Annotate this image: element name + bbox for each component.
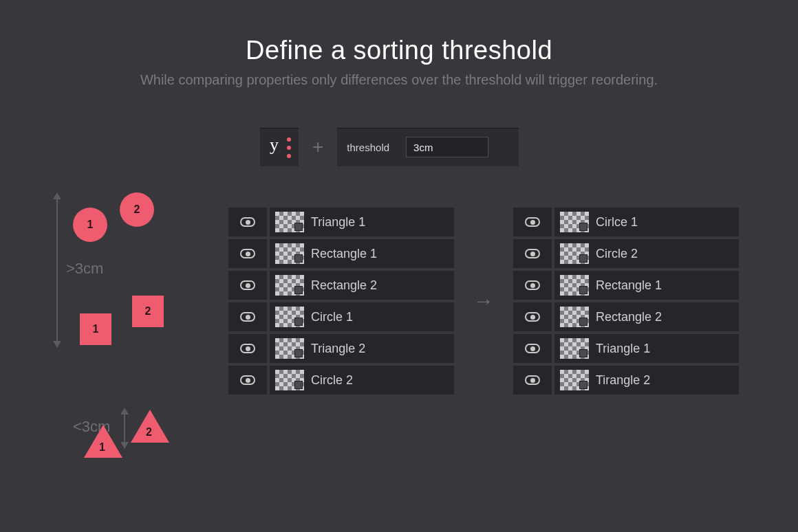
visibility-toggle[interactable] bbox=[228, 334, 267, 363]
layer-list-after: Cirlce 1 Circle 2 Rectangle 1 Rectangle … bbox=[513, 208, 739, 395]
layer-name: Circle 1 bbox=[311, 310, 353, 324]
control-row: y + threshold bbox=[260, 128, 519, 166]
layer-name: Rectangle 2 bbox=[311, 278, 377, 293]
sort-by-y-tile[interactable]: y bbox=[260, 128, 299, 166]
y-dots-icon bbox=[287, 137, 291, 158]
circle-shape-1: 1 bbox=[73, 208, 107, 242]
layer-cell[interactable]: Circle 1 bbox=[270, 302, 454, 331]
thumbnail-icon bbox=[560, 370, 589, 390]
eye-icon bbox=[525, 344, 540, 353]
square-shape-2: 2 bbox=[132, 296, 164, 327]
thumbnail-icon bbox=[275, 275, 304, 296]
threshold-label: threshold bbox=[347, 142, 389, 153]
layer-panels: Triangle 1 Rectangle 1 Rectangle 2 Circl… bbox=[228, 208, 739, 395]
list-item[interactable]: Circle 1 bbox=[228, 302, 454, 331]
thumbnail-icon bbox=[560, 275, 589, 296]
list-item[interactable]: Rectangle 1 bbox=[228, 239, 454, 268]
visibility-toggle[interactable] bbox=[513, 239, 552, 268]
y-letter: y bbox=[270, 135, 279, 155]
layer-cell[interactable]: Rectangle 2 bbox=[554, 302, 739, 331]
eye-icon bbox=[525, 375, 540, 385]
visibility-toggle[interactable] bbox=[513, 208, 552, 236]
triangle-shape-2: 2 bbox=[131, 410, 169, 443]
list-item[interactable]: Rectangle 1 bbox=[513, 271, 739, 300]
layer-cell[interactable]: Rectangle 1 bbox=[554, 271, 739, 300]
layer-cell[interactable]: Rectangle 1 bbox=[270, 239, 454, 268]
eye-icon bbox=[525, 217, 540, 227]
list-item[interactable]: Cirlce 1 bbox=[513, 208, 739, 236]
list-item[interactable]: Rectangle 2 bbox=[228, 271, 454, 300]
vertical-arrow-icon bbox=[56, 198, 58, 342]
layer-list-before: Triangle 1 Rectangle 1 Rectangle 2 Circl… bbox=[228, 208, 454, 395]
visibility-toggle[interactable] bbox=[513, 302, 552, 331]
page-title: Define a sorting threshold bbox=[0, 0, 798, 65]
thumbnail-icon bbox=[560, 243, 589, 264]
layer-cell[interactable]: Triangle 1 bbox=[554, 334, 739, 363]
thumbnail-icon bbox=[560, 307, 589, 327]
measure-over-label: >3cm bbox=[66, 260, 103, 278]
threshold-input[interactable] bbox=[406, 137, 488, 157]
eye-icon bbox=[240, 280, 255, 290]
eye-icon bbox=[525, 249, 540, 258]
layer-name: Circle 2 bbox=[311, 373, 353, 388]
visibility-toggle[interactable] bbox=[513, 271, 552, 300]
list-item[interactable]: Circle 2 bbox=[513, 239, 739, 268]
layer-name: Tirangle 2 bbox=[596, 373, 650, 388]
eye-icon bbox=[240, 375, 255, 385]
visibility-toggle[interactable] bbox=[228, 366, 267, 395]
thumbnail-icon bbox=[560, 338, 589, 359]
visibility-toggle[interactable] bbox=[513, 334, 552, 363]
list-item[interactable]: Triangle 1 bbox=[513, 334, 739, 363]
thumbnail-icon bbox=[275, 212, 304, 232]
list-item[interactable]: Rectangle 2 bbox=[513, 302, 739, 331]
layer-name: Rectangle 1 bbox=[596, 278, 662, 293]
threshold-panel: threshold bbox=[337, 128, 519, 166]
thumbnail-icon bbox=[560, 212, 589, 232]
layer-name: Rectangle 2 bbox=[596, 310, 662, 324]
eye-icon bbox=[240, 344, 255, 353]
layer-cell[interactable]: Circle 2 bbox=[554, 239, 739, 268]
page-subtitle: While comparing properties only differen… bbox=[0, 72, 798, 88]
visibility-toggle[interactable] bbox=[228, 271, 267, 300]
layer-name: Triangle 1 bbox=[311, 215, 365, 230]
layer-cell[interactable]: Rectangle 2 bbox=[270, 271, 454, 300]
visibility-toggle[interactable] bbox=[228, 302, 267, 331]
thumbnail-icon bbox=[275, 370, 304, 390]
eye-icon bbox=[240, 312, 255, 322]
visibility-toggle[interactable] bbox=[513, 366, 552, 395]
thumbnail-icon bbox=[275, 307, 304, 327]
layer-name: Triangle 2 bbox=[311, 342, 365, 356]
triangle-1-num: 1 bbox=[99, 441, 105, 454]
triangle-2-num: 2 bbox=[146, 426, 152, 439]
list-item[interactable]: Circle 2 bbox=[228, 366, 454, 395]
layer-cell[interactable]: Triangle 1 bbox=[270, 208, 454, 236]
circle-shape-2: 2 bbox=[120, 192, 154, 227]
plus-icon: + bbox=[312, 136, 323, 158]
triangle-shape-1: 1 bbox=[84, 425, 122, 458]
thumbnail-icon bbox=[275, 243, 304, 264]
layer-name: Cirlce 1 bbox=[596, 215, 638, 230]
layer-cell[interactable]: Circle 2 bbox=[270, 366, 454, 395]
layer-cell[interactable]: Triangle 2 bbox=[270, 334, 454, 363]
list-item[interactable]: Triangle 1 bbox=[228, 208, 454, 236]
visibility-toggle[interactable] bbox=[228, 239, 267, 268]
shapes-diagram: >3cm 1 2 1 2 <3cm 1 2 bbox=[41, 191, 200, 480]
eye-icon bbox=[525, 280, 540, 290]
eye-icon bbox=[240, 249, 255, 258]
layer-cell[interactable]: Tirangle 2 bbox=[554, 366, 739, 395]
layer-name: Circle 2 bbox=[596, 247, 638, 261]
visibility-toggle[interactable] bbox=[228, 208, 267, 236]
list-item[interactable]: Tirangle 2 bbox=[513, 366, 739, 395]
layer-name: Triangle 1 bbox=[596, 342, 650, 356]
vertical-arrow-small-icon bbox=[124, 413, 125, 443]
eye-icon bbox=[240, 217, 255, 227]
arrow-right-icon: → bbox=[473, 289, 494, 313]
list-item[interactable]: Triangle 2 bbox=[228, 334, 454, 363]
layer-name: Rectangle 1 bbox=[311, 247, 377, 261]
square-shape-1: 1 bbox=[80, 313, 111, 345]
layer-cell[interactable]: Cirlce 1 bbox=[554, 208, 739, 236]
thumbnail-icon bbox=[275, 338, 304, 359]
eye-icon bbox=[525, 312, 540, 322]
